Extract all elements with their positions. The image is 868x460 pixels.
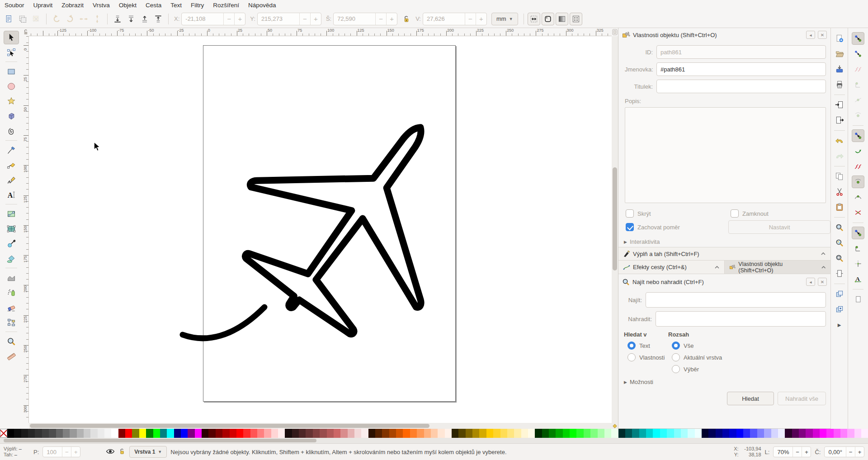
label-field[interactable] [656,62,826,76]
radio-icon[interactable] [627,353,636,361]
dock-float-button[interactable]: ◂ [806,278,815,286]
palette-swatch[interactable] [736,429,743,438]
palette-swatch[interactable] [146,429,153,438]
guide-lock-icon[interactable] [23,28,29,36]
palette-swatch[interactable] [493,429,500,438]
palette-swatch[interactable] [743,429,750,438]
width-spinbox[interactable]: Š: 72,590−+ [326,13,397,25]
close-icon[interactable]: ✕ [818,31,827,39]
x-position-spinbox[interactable]: X: -21,108−+ [174,13,245,25]
toolbar-overflow-icon[interactable]: ▶ [833,318,846,331]
palette-swatch[interactable] [576,429,583,438]
palette-swatch[interactable] [826,429,833,438]
layer-visibility-toggle[interactable] [106,448,115,456]
box3d-tool[interactable] [4,109,19,123]
palette-swatch[interactable] [840,429,847,438]
transform-corners-toggle[interactable] [542,13,554,25]
snap-cusp-nodes-toggle[interactable] [852,175,864,188]
opacity-increment-button[interactable]: + [71,447,80,457]
checkbox-icon[interactable] [731,209,739,218]
close-icon[interactable]: ✕ [818,278,827,286]
palette-swatch[interactable] [611,429,618,438]
palette-swatch[interactable] [118,429,125,438]
tab-path-effects[interactable]: Efekty cesty (Ctrl+&) [618,261,724,274]
zoom-spinbox[interactable]: 70% − + [773,446,811,457]
palette-swatch[interactable] [695,429,702,438]
title-field[interactable] [656,80,826,93]
palette-swatch[interactable] [625,429,632,438]
menu-objekt[interactable]: Objekt [114,1,141,9]
palette-swatch[interactable] [431,429,438,438]
rectangle-tool[interactable] [4,65,19,78]
height-spinbox[interactable]: V: 27,626−+ [415,13,487,25]
palette-swatch[interactable] [77,429,84,438]
y-decrement-button[interactable]: − [299,13,310,25]
palette-swatch[interactable] [417,429,424,438]
radio-icon[interactable] [672,365,680,373]
palette-swatch[interactable] [104,429,111,438]
palette-swatch[interactable] [590,429,597,438]
palette-swatch[interactable] [181,429,188,438]
lower-button[interactable] [125,13,137,25]
palette-swatch[interactable] [598,429,604,438]
snap-path-intersections-toggle[interactable] [852,160,864,173]
rotation-value[interactable]: 0,00° [825,447,846,457]
palette-swatch[interactable] [35,429,42,438]
hide-checkbox[interactable]: Skrýt [626,209,726,218]
cms-toggle-button[interactable] [612,28,618,36]
palette-swatch[interactable] [861,429,868,438]
palette-swatch[interactable] [195,429,202,438]
lock-checkbox[interactable]: Zamknout [731,209,769,218]
palette-swatch[interactable] [764,429,771,438]
snap-page-border-toggle[interactable] [852,293,864,306]
palette-swatch[interactable] [236,429,243,438]
flip-vertical-button[interactable] [91,13,104,25]
palette-swatch[interactable] [660,429,667,438]
menu-filtry[interactable]: Filtry [186,1,208,9]
interactivity-expander[interactable]: ▶ Interaktivita [624,238,826,245]
find-replace-header[interactable]: Najít nebo nahradit (Ctrl+F) ◂ ✕ [618,275,830,289]
palette-swatch[interactable] [348,429,354,438]
clone-button[interactable] [833,303,846,316]
menu-cesta[interactable]: Cesta [141,1,166,9]
menu-vrstva[interactable]: Vrstva [88,1,114,9]
canvas[interactable] [29,36,612,423]
node-editor-tool[interactable] [4,46,19,59]
dropper-tool[interactable] [4,237,19,251]
palette-swatch[interactable] [507,429,514,438]
gradient-tool[interactable] [4,207,19,221]
palette-swatch[interactable] [708,429,715,438]
width-increment-button[interactable]: + [386,13,397,25]
radio-current-layer[interactable]: Aktuální vrstva [672,353,722,361]
snap-line-midpoints-toggle[interactable] [852,206,864,219]
palette-swatch[interactable] [458,429,465,438]
palette-swatch[interactable] [361,429,368,438]
palette-swatch[interactable] [250,429,257,438]
palette-swatch[interactable] [438,429,444,438]
lock-ratio-toggle[interactable] [400,13,413,25]
deselect-button[interactable] [30,13,42,25]
palette-swatch[interactable] [778,429,785,438]
palette-swatch[interactable] [382,429,389,438]
palette-swatch[interactable] [563,429,570,438]
id-field[interactable] [656,45,826,59]
palette-swatch[interactable] [56,429,63,438]
width-decrement-button[interactable]: − [375,13,386,25]
palette-swatch[interactable] [646,429,653,438]
horizontal-scrollbar-thumb[interactable] [30,424,429,428]
spiral-tool[interactable] [4,124,19,138]
tweak-tool[interactable] [4,271,19,285]
swoosh-path[interactable] [183,307,264,338]
palette-swatch[interactable] [716,429,722,438]
palette-swatch[interactable] [785,429,792,438]
radio-properties[interactable]: Vlastnosti [627,353,668,361]
palette-swatch[interactable] [771,429,778,438]
palette-swatch[interactable] [486,429,493,438]
palette-swatch[interactable] [111,429,118,438]
palette-swatch[interactable] [230,429,236,438]
zoom-increment-button[interactable]: + [802,447,811,457]
palette-swatch[interactable] [70,429,76,438]
palette-swatch[interactable] [271,429,278,438]
menu-napoveda[interactable]: Nápověda [244,1,281,9]
palette-swatch[interactable] [681,429,688,438]
